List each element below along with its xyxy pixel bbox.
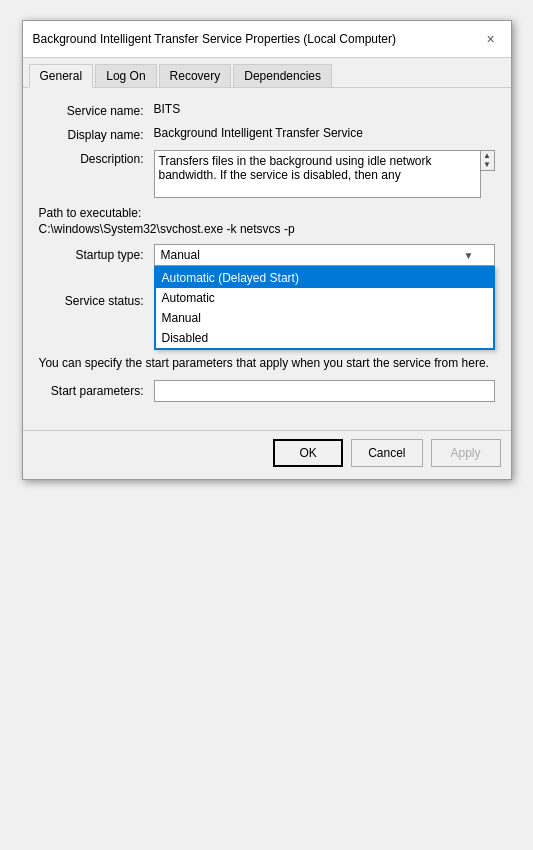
status-label: Service status: (39, 294, 154, 308)
service-name-label: Service name: (39, 102, 154, 118)
service-name-value: BITS (154, 102, 495, 116)
close-button[interactable]: × (481, 29, 501, 49)
path-label: Path to executable: (39, 206, 495, 220)
display-name-value: Background Intelligent Transfer Service (154, 126, 495, 140)
dropdown-arrow-icon: ▼ (464, 250, 474, 261)
tab-bar: General Log On Recovery Dependencies (23, 58, 511, 88)
description-row: Description: Transfers files in the back… (39, 150, 495, 198)
scroll-up-icon[interactable]: ▲ (483, 152, 491, 160)
startup-selected-value: Manual (161, 248, 200, 262)
tab-recovery[interactable]: Recovery (159, 64, 232, 87)
scroll-down-icon[interactable]: ▼ (483, 161, 491, 169)
description-scrollbar[interactable]: ▲ ▼ (481, 150, 495, 171)
params-input[interactable] (154, 380, 495, 402)
tab-general[interactable]: General (29, 64, 94, 88)
display-name-label: Display name: (39, 126, 154, 142)
display-name-row: Display name: Background Intelligent Tra… (39, 126, 495, 142)
tab-dependencies[interactable]: Dependencies (233, 64, 332, 87)
startup-selected[interactable]: Manual ▼ (154, 244, 495, 266)
cancel-button[interactable]: Cancel (351, 439, 422, 467)
path-value: C:\windows\System32\svchost.exe -k netsv… (39, 222, 495, 236)
startup-row: Startup type: Manual ▼ Automatic (Delaye… (39, 244, 495, 266)
description-label: Description: (39, 150, 154, 166)
tab-logon[interactable]: Log On (95, 64, 156, 87)
service-name-row: Service name: BITS (39, 102, 495, 118)
startup-option-auto-delayed[interactable]: Automatic (Delayed Start) (156, 268, 493, 288)
startup-options-list: Automatic (Delayed Start) Automatic Manu… (154, 266, 495, 350)
startup-option-auto[interactable]: Automatic (156, 288, 493, 308)
apply-button[interactable]: Apply (431, 439, 501, 467)
startup-dropdown[interactable]: Manual ▼ Automatic (Delayed Start) Autom… (154, 244, 495, 266)
dialog-title: Background Intelligent Transfer Service … (33, 32, 397, 46)
dialog-content: Service name: BITS Display name: Backgro… (23, 88, 511, 430)
description-textbox[interactable]: Transfers files in the background using … (154, 150, 481, 198)
params-label: Start parameters: (39, 384, 154, 398)
info-text: You can specify the start parameters tha… (39, 356, 495, 370)
title-bar: Background Intelligent Transfer Service … (23, 21, 511, 58)
startup-option-disabled[interactable]: Disabled (156, 328, 493, 348)
service-properties-dialog: Background Intelligent Transfer Service … (22, 20, 512, 480)
bottom-buttons: OK Cancel Apply (23, 430, 511, 479)
path-section: Path to executable: C:\windows\System32\… (39, 206, 495, 236)
startup-label: Startup type: (39, 248, 154, 262)
params-row: Start parameters: (39, 380, 495, 402)
ok-button[interactable]: OK (273, 439, 343, 467)
startup-option-manual[interactable]: Manual (156, 308, 493, 328)
